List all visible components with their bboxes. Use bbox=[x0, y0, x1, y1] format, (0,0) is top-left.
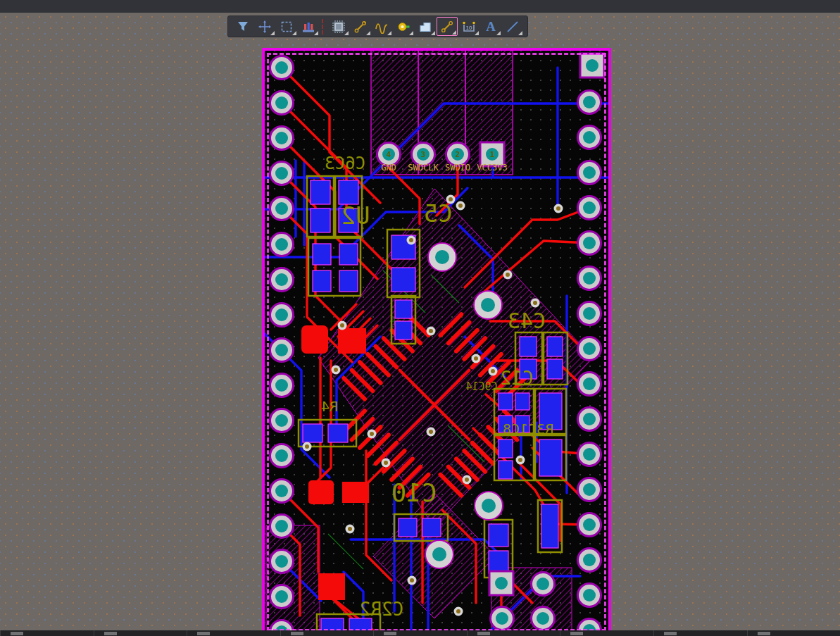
line-tool-button[interactable] bbox=[502, 17, 523, 36]
pin-number: 2 bbox=[456, 150, 460, 159]
dimension-tool-button[interactable]: 10 bbox=[458, 17, 479, 36]
taskbar-item[interactable] bbox=[653, 630, 747, 636]
selection-rect-icon bbox=[280, 20, 294, 34]
silkscreen-label: C10 bbox=[391, 478, 437, 507]
silkscreen-label: C12 bbox=[501, 368, 534, 389]
taskbar-item[interactable] bbox=[560, 630, 653, 636]
measure-icon bbox=[440, 20, 454, 34]
ic-chip-icon bbox=[332, 20, 346, 34]
move-tool-button[interactable] bbox=[254, 17, 275, 36]
right-pad-column[interactable] bbox=[578, 54, 605, 633]
toolbar-separator bbox=[322, 19, 325, 35]
silkscreen-label: R3C1C8 bbox=[503, 420, 553, 437]
measure-tool-button[interactable] bbox=[437, 17, 458, 36]
taskbar-item[interactable] bbox=[747, 630, 840, 636]
silkscreen-label: C9C14 bbox=[465, 380, 497, 393]
route-tool-button[interactable] bbox=[350, 17, 371, 36]
pin-net-label: SWDCLK bbox=[408, 163, 439, 173]
select-tool-button[interactable] bbox=[276, 17, 297, 36]
silkscreen-label: R4 bbox=[321, 398, 338, 415]
taskbar-item[interactable] bbox=[373, 630, 467, 636]
bottom-taskbar[interactable] bbox=[0, 630, 840, 636]
taskbar-item[interactable] bbox=[94, 630, 187, 636]
silkscreen-label: C5 bbox=[424, 199, 453, 227]
pcb-board-canvas[interactable]: 4 3 2 1 GND SWDCLK SWDIO VCC3V3 bbox=[262, 48, 611, 636]
taskbar-item[interactable] bbox=[0, 630, 94, 636]
pin-net-label: SWDIO bbox=[445, 163, 470, 173]
taskbar-item[interactable] bbox=[280, 630, 374, 636]
pin-number: 4 bbox=[387, 150, 391, 159]
taskbar-item[interactable] bbox=[187, 630, 280, 636]
copper-area-tool-button[interactable] bbox=[415, 17, 436, 36]
pad-tool-button[interactable] bbox=[298, 17, 319, 36]
pcb-drawing: 4 3 2 1 GND SWDCLK SWDIO VCC3V3 bbox=[265, 51, 608, 633]
pin-net-label: GND bbox=[381, 163, 396, 173]
via-tool-button[interactable] bbox=[393, 17, 414, 36]
move-crosshair-icon bbox=[258, 20, 272, 34]
dimension-label: 10 bbox=[466, 25, 472, 31]
pad-icon bbox=[301, 20, 315, 34]
filter-tool-button[interactable] bbox=[232, 17, 253, 36]
window-top-strip bbox=[0, 0, 840, 13]
route-track-icon bbox=[353, 20, 368, 34]
silkscreen-label: R11 bbox=[337, 338, 365, 356]
silkscreen-label: C6C3 bbox=[325, 154, 365, 173]
meander-icon bbox=[375, 20, 389, 34]
pin-number: 1 bbox=[490, 150, 495, 159]
meander-tool-button[interactable] bbox=[372, 17, 393, 36]
dimension-icon: 10 bbox=[461, 20, 477, 34]
taskbar-item[interactable] bbox=[467, 630, 560, 636]
text-tool-icon: A bbox=[486, 20, 496, 33]
line-icon bbox=[506, 20, 520, 34]
via-icon bbox=[396, 20, 410, 34]
text-tool-button[interactable]: A bbox=[480, 17, 501, 36]
component-tool-button[interactable] bbox=[328, 17, 349, 36]
pcb-toolbar: 10 A bbox=[227, 15, 528, 37]
silkscreen-label: U2 bbox=[341, 201, 370, 230]
pin-number: 3 bbox=[421, 150, 426, 159]
pin-net-label: VCC3V3 bbox=[477, 163, 507, 173]
copper-area-icon bbox=[418, 20, 432, 34]
filter-icon bbox=[236, 20, 250, 34]
silkscreen-label: C2R2 bbox=[360, 599, 404, 620]
pcb-editor-screen: 10 A bbox=[0, 0, 840, 636]
silkscreen-label: C43 bbox=[508, 308, 546, 333]
